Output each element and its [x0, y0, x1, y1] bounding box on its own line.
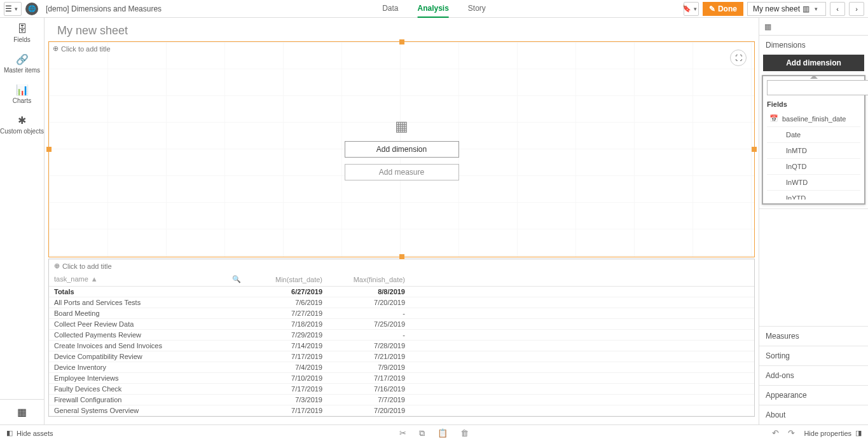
prop-section-measures[interactable]: Measures [759, 326, 868, 346]
viz-expand-button[interactable]: ⛶ [730, 50, 747, 66]
sheet-selector-button[interactable]: My new sheet▥▾ [747, 2, 826, 16]
bookmark-button[interactable]: 🔖▾ [684, 2, 699, 16]
asset-panel-bottom-button[interactable]: ▦ [0, 399, 44, 424]
cell-task: Board Meeting [49, 308, 246, 319]
cell-start: 7/29/2019 [246, 330, 329, 341]
cell-start: 7/27/2019 [246, 308, 329, 319]
field-name: InQTD [786, 163, 806, 170]
hide-assets-label: Hide assets [17, 430, 53, 437]
next-sheet-button[interactable]: › [849, 2, 864, 16]
table-row[interactable]: Device Compatibility Review 7/17/2019 7/… [49, 351, 754, 362]
column-header-start[interactable]: Min(start_date) [246, 273, 329, 287]
column-header-task[interactable]: task_name▲🔍 [49, 273, 246, 287]
menu-button[interactable]: ☰ ▾ [4, 2, 22, 16]
table-row[interactable]: Create Invoices and Send Invoices 7/14/2… [49, 341, 754, 351]
table-row[interactable]: Device Inventory 7/4/2019 7/9/2019 [49, 362, 754, 373]
sheets-icon: ▥ [803, 4, 809, 13]
asset-master-items[interactable]: 🔗 Master items [0, 48, 44, 79]
cell-finish: - [329, 308, 411, 319]
sheet-title[interactable]: My new sheet [45, 18, 759, 41]
delete-button[interactable]: 🗑 [460, 428, 469, 438]
prop-section-about[interactable]: About [759, 405, 868, 424]
chevron-down-icon: ▾ [691, 6, 699, 12]
table-row[interactable]: Employee Interviews 7/10/2019 7/17/2019 [49, 373, 754, 384]
table-row[interactable]: Faulty Devices Check 7/17/2019 7/16/2019 [49, 384, 754, 395]
copy-button[interactable]: ⧉ [419, 428, 425, 438]
prop-section-addons[interactable]: Add-ons [759, 365, 868, 385]
table-row[interactable]: General Systems Overview 7/17/2019 7/20/… [49, 405, 754, 416]
field-list-item[interactable]: InMTD [767, 143, 860, 159]
done-button[interactable]: ✎Done [703, 2, 743, 16]
prop-section-appearance[interactable]: Appearance [759, 385, 868, 405]
hide-properties-button[interactable]: Hide properties ◨ [804, 429, 862, 437]
undo-button[interactable]: ↶ [772, 428, 779, 438]
add-measure-button[interactable]: Add measure [345, 164, 459, 180]
field-list-item[interactable]: InWTD [767, 175, 860, 191]
dimension-field-list: 📅baseline_finish_dateDateInMTDInQTDInWTD… [767, 111, 860, 200]
resize-handle-right[interactable] [752, 147, 757, 152]
top-tabs: Data Analysis Story [382, 0, 486, 18]
paste-button[interactable]: 📋 [437, 428, 448, 438]
asset-label: Custom objects [0, 128, 44, 135]
database-icon: 🗄 [17, 24, 27, 35]
viz-empty-placeholder: ▦ Add dimension Add measure [345, 118, 459, 180]
table-row[interactable]: Collected Payments Review 7/29/2019 - [49, 330, 754, 341]
resize-handle-left[interactable] [46, 147, 52, 152]
cell-finish: 7/9/2019 [329, 362, 411, 373]
resize-handle-top[interactable] [399, 39, 404, 44]
viz-placeholder-container[interactable]: ⊕ Click to add title ⛶ ▦ Add dimension A… [48, 41, 755, 257]
dimension-search-input[interactable] [767, 80, 868, 95]
cell-task: Employee Interviews [49, 373, 246, 384]
field-list-item[interactable]: InQTD [767, 159, 860, 175]
redo-button[interactable]: ↷ [788, 428, 795, 438]
app-icon: 🌐 [25, 3, 38, 15]
chevron-down-icon: ▾ [812, 6, 820, 12]
cell-task: Create Invoices and Send Invoices [49, 341, 246, 351]
plus-circle-icon: ⊕ [53, 44, 59, 53]
table-row[interactable]: Board Meeting 7/27/2019 - [49, 308, 754, 319]
viz-table-title-placeholder[interactable]: ⊕ Click to add title [49, 259, 754, 273]
panel-collapse-icon: ◨ [855, 429, 862, 437]
cell-task: Firewall Configuration [49, 395, 246, 405]
table-row[interactable]: Collect Peer Review Data 7/18/2019 7/25/… [49, 319, 754, 330]
prop-section-sorting[interactable]: Sorting [759, 346, 868, 365]
search-icon[interactable]: 🔍 [232, 275, 241, 283]
prev-sheet-button[interactable]: ‹ [830, 2, 845, 16]
table-header-row: task_name▲🔍 Min(start_date) Max(finish_d… [49, 273, 754, 287]
prop-panel-object-icon[interactable]: ▦ [759, 18, 868, 36]
prop-section-dimensions: Dimensions Add dimension ◉ fx Fields 📅ba… [759, 36, 868, 209]
expand-icon: ⛶ [735, 54, 742, 62]
tab-data[interactable]: Data [382, 0, 398, 18]
asset-label: Fields [13, 36, 31, 43]
cell-task: All Ports and Services Tests [49, 297, 246, 308]
bottom-right: ↶ ↷ Hide properties ◨ [772, 428, 868, 438]
cell-start: 7/4/2019 [246, 362, 329, 373]
cell-finish: 7/7/2019 [329, 395, 411, 405]
field-list-item[interactable]: 📅baseline_finish_date [767, 111, 860, 127]
hide-properties-label: Hide properties [804, 430, 851, 437]
viz-table-title-text: Click to add title [62, 262, 112, 270]
cell-start: 7/18/2019 [246, 319, 329, 330]
tab-analysis[interactable]: Analysis [417, 0, 448, 18]
field-list-item[interactable]: Date [767, 127, 860, 143]
viz-title-placeholder[interactable]: ⊕ Click to add title [53, 44, 111, 53]
table-row[interactable]: All Ports and Services Tests 7/6/2019 7/… [49, 297, 754, 308]
table-row[interactable]: Firewall Configuration 7/3/2019 7/7/2019 [49, 395, 754, 405]
asset-custom-objects[interactable]: ✱ Custom objects [0, 109, 44, 140]
tab-story[interactable]: Story [468, 0, 486, 18]
cell-start: 7/14/2019 [246, 341, 329, 351]
cut-button[interactable]: ✂ [399, 428, 406, 438]
field-name: Date [786, 131, 801, 139]
resize-handle-bottom[interactable] [399, 254, 404, 259]
viz-table-container[interactable]: ⊕ Click to add title task_name▲🔍 Min(sta… [48, 259, 755, 417]
cell-start: 7/3/2019 [246, 395, 329, 405]
asset-fields[interactable]: 🗄 Fields [0, 18, 44, 48]
asset-charts[interactable]: 📊 Charts [0, 79, 44, 109]
column-header-finish[interactable]: Max(finish_date) [329, 273, 411, 287]
field-list-item[interactable]: InYTD [767, 191, 860, 200]
add-dimension-button[interactable]: Add dimension [345, 141, 459, 158]
prop-header-dimensions[interactable]: Dimensions [759, 36, 868, 55]
hide-assets-button[interactable]: ◧ Hide assets [0, 429, 59, 437]
field-name: InYTD [786, 194, 806, 200]
add-dimension-panel-button[interactable]: Add dimension [763, 55, 864, 71]
